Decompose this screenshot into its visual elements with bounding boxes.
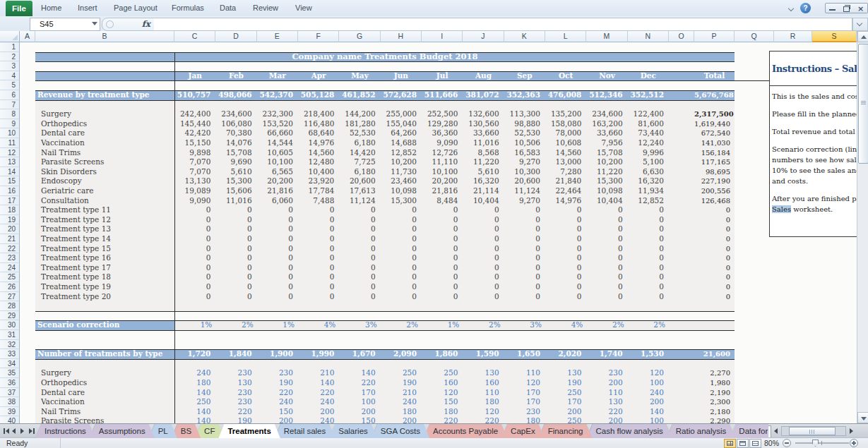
cell-N30[interactable]: 2% [628, 320, 669, 330]
ribbon-tab-page-layout[interactable]: Page Layout [114, 0, 157, 16]
cell-J6[interactable]: 381,072 [463, 90, 504, 100]
zoom-slider-thumb[interactable] [812, 440, 819, 447]
cell-H35[interactable]: 250 [381, 368, 422, 378]
cell-P39[interactable]: 2,180 [694, 407, 735, 417]
cell-J40[interactable]: 220 [463, 416, 504, 423]
cell-C19[interactable]: 0 [174, 215, 215, 225]
cell-L23[interactable]: 0 [545, 253, 586, 263]
cell-L24[interactable]: 0 [545, 263, 586, 273]
cell-M18[interactable]: 0 [586, 205, 627, 215]
row-header-38[interactable]: 38 [0, 397, 20, 407]
zoom-in-button[interactable] [850, 439, 858, 447]
cell-B21[interactable]: Treatment type 14 [35, 234, 174, 244]
cell-J19[interactable]: 0 [463, 215, 504, 225]
cell-I6[interactable]: 511,666 [422, 90, 463, 100]
cell-N9[interactable]: 81,600 [628, 119, 669, 129]
cell-B20[interactable]: Treatment type 13 [35, 224, 174, 234]
cell-B9[interactable]: Orthopedics [35, 119, 174, 129]
cell-C25[interactable]: 0 [174, 272, 215, 282]
row-header-27[interactable]: 27 [0, 292, 20, 302]
column-header-S[interactable]: S [812, 31, 857, 42]
cell-P11[interactable]: 141,030 [694, 138, 735, 148]
cell-F16[interactable]: 17,784 [298, 186, 339, 196]
cell-P8[interactable]: 2,317,500 [694, 109, 735, 119]
cell-I18[interactable]: 0 [422, 205, 463, 215]
cell-D22[interactable]: 0 [215, 244, 256, 254]
cell-K30[interactable]: 3% [504, 320, 545, 330]
cell-M39[interactable]: 220 [586, 407, 627, 417]
cell-I21[interactable]: 0 [422, 234, 463, 244]
cell-L14[interactable]: 7,280 [545, 167, 586, 177]
cell-M26[interactable]: 0 [586, 282, 627, 292]
cell-F6[interactable]: 505,128 [298, 90, 339, 100]
cell-K16[interactable]: 11,124 [504, 186, 545, 196]
row-header-32[interactable]: 32 [0, 340, 20, 350]
cell-E19[interactable]: 0 [257, 215, 298, 225]
cell-E18[interactable]: 0 [257, 205, 298, 215]
cell-M19[interactable]: 0 [586, 215, 627, 225]
cell-D36[interactable]: 130 [215, 378, 256, 388]
page-layout-view-button[interactable] [737, 439, 749, 448]
cell-I15[interactable]: 20,200 [422, 176, 463, 186]
cell-N21[interactable]: 0 [628, 234, 669, 244]
cell-E39[interactable]: 150 [257, 407, 298, 417]
cell-B10[interactable]: Dental care [35, 128, 174, 138]
cell-G18[interactable]: 0 [339, 205, 380, 215]
cell-D8[interactable]: 234,600 [215, 109, 256, 119]
column-header-C[interactable]: C [174, 31, 215, 42]
cell-I36[interactable]: 160 [422, 378, 463, 388]
cell-E36[interactable]: 190 [257, 378, 298, 388]
cell-K17[interactable]: 9,270 [504, 196, 545, 206]
cell-P38[interactable]: 2,300 [694, 397, 735, 407]
cell-M25[interactable]: 0 [586, 272, 627, 282]
cell-H10[interactable]: 64,260 [381, 128, 422, 138]
cell-I16[interactable]: 21,816 [422, 186, 463, 196]
cell-E4[interactable]: Mar [257, 71, 298, 81]
cell-B30[interactable]: Scenario correction [35, 320, 174, 330]
cell-H24[interactable]: 0 [381, 263, 422, 273]
row-header-15[interactable]: 15 [0, 176, 20, 186]
cell-I10[interactable]: 36,360 [422, 128, 463, 138]
cell-G23[interactable]: 0 [339, 253, 380, 263]
cell-M16[interactable]: 10,098 [586, 186, 627, 196]
cell-F40[interactable]: 240 [298, 416, 339, 423]
cell-D27[interactable]: 0 [215, 292, 256, 302]
cell-J37[interactable]: 110 [463, 388, 504, 398]
ribbon-tab-review[interactable]: Review [253, 0, 278, 16]
cell-K38[interactable]: 170 [504, 397, 545, 407]
cell-J14[interactable]: 5,610 [463, 167, 504, 177]
row-header-26[interactable]: 26 [0, 282, 20, 292]
cell-N22[interactable]: 0 [628, 244, 669, 254]
row-header-12[interactable]: 12 [0, 148, 20, 158]
cell-G9[interactable]: 181,280 [339, 119, 380, 129]
cell-L38[interactable]: 170 [545, 397, 586, 407]
cell-E23[interactable]: 0 [257, 253, 298, 263]
cell-F21[interactable]: 0 [298, 234, 339, 244]
cell-I4[interactable]: Jul [422, 71, 463, 81]
horizontal-scroll-thumb[interactable] [789, 427, 836, 435]
cell-B11[interactable]: Vaccination [35, 138, 174, 148]
cell-L19[interactable]: 0 [545, 215, 586, 225]
cell-C9[interactable]: 145,440 [174, 119, 215, 129]
cell-N13[interactable]: 5,100 [628, 157, 669, 167]
cell-B6[interactable]: Revenue by treatment type [35, 90, 174, 100]
cell-I33[interactable]: 1,860 [422, 349, 463, 359]
cell-F12[interactable]: 14,560 [298, 148, 339, 158]
cell-G13[interactable]: 7,725 [339, 157, 380, 167]
cell-J9[interactable]: 130,560 [463, 119, 504, 129]
cell-F39[interactable]: 200 [298, 407, 339, 417]
cell-F22[interactable]: 0 [298, 244, 339, 254]
cell-I37[interactable]: 120 [422, 388, 463, 398]
cell-D39[interactable]: 220 [215, 407, 256, 417]
cell-I26[interactable]: 0 [422, 282, 463, 292]
cell-L30[interactable]: 4% [545, 320, 586, 330]
cell-H6[interactable]: 572,628 [381, 90, 422, 100]
first-sheet-button[interactable] [4, 428, 9, 434]
sheet-tab-cash-flow-analysis[interactable]: Cash flow analysis [587, 424, 672, 438]
cell-K36[interactable]: 120 [504, 378, 545, 388]
cell-H11[interactable]: 14,688 [381, 138, 422, 148]
cell-L11[interactable]: 10,608 [545, 138, 586, 148]
cell-M40[interactable]: 200 [586, 416, 627, 423]
cell-E8[interactable]: 232,300 [257, 109, 298, 119]
name-box[interactable]: S45 [30, 18, 100, 31]
